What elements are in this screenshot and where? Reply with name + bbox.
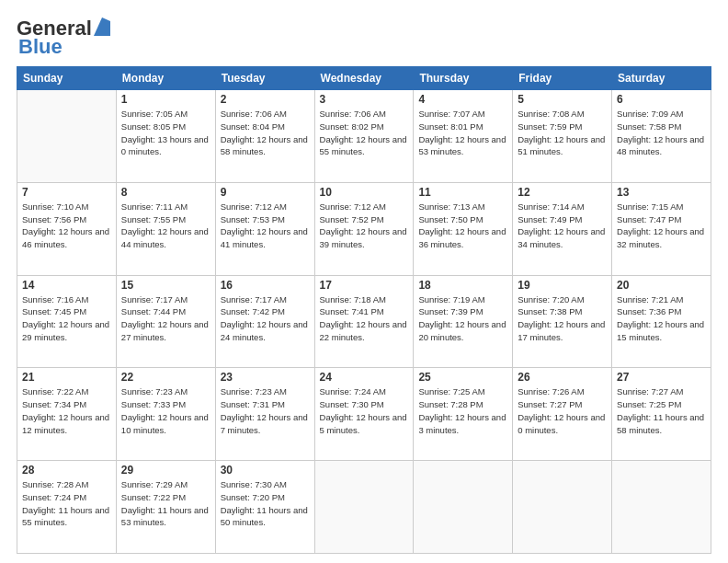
- day-info: Sunrise: 7:25 AMSunset: 7:28 PMDaylight:…: [418, 385, 507, 436]
- day-info: Sunrise: 7:19 AMSunset: 7:39 PMDaylight:…: [418, 293, 507, 344]
- day-info: Sunrise: 7:08 AMSunset: 7:59 PMDaylight:…: [518, 108, 607, 158]
- day-number: 9: [221, 186, 310, 199]
- calendar-day-header: Sunday: [17, 67, 117, 90]
- calendar-day-header: Saturday: [612, 67, 711, 90]
- day-number: 20: [617, 279, 706, 292]
- day-info: Sunrise: 7:07 AMSunset: 8:01 PMDaylight:…: [418, 108, 507, 158]
- day-info: Sunrise: 7:24 AMSunset: 7:30 PMDaylight:…: [320, 385, 409, 436]
- calendar-day-cell: [414, 461, 513, 554]
- day-info: Sunrise: 7:12 AMSunset: 7:53 PMDaylight:…: [221, 201, 310, 251]
- day-number: 26: [518, 371, 607, 384]
- calendar-day-cell: 21Sunrise: 7:22 AMSunset: 7:34 PMDayligh…: [17, 368, 117, 461]
- day-info: Sunrise: 7:15 AMSunset: 7:47 PMDaylight:…: [617, 201, 706, 251]
- calendar-day-cell: 24Sunrise: 7:24 AMSunset: 7:30 PMDayligh…: [314, 368, 414, 461]
- calendar-week-row: 7Sunrise: 7:10 AMSunset: 7:56 PMDaylight…: [17, 182, 711, 275]
- day-number: 29: [121, 464, 210, 477]
- calendar-day-cell: 5Sunrise: 7:08 AMSunset: 7:59 PMDaylight…: [513, 90, 612, 183]
- day-info: Sunrise: 7:17 AMSunset: 7:44 PMDaylight:…: [121, 293, 210, 344]
- calendar-table: SundayMondayTuesdayWednesdayThursdayFrid…: [17, 66, 711, 554]
- logo: General Blue: [17, 17, 110, 59]
- calendar-day-cell: [612, 461, 711, 554]
- day-info: Sunrise: 7:28 AMSunset: 7:24 PMDaylight:…: [22, 478, 111, 529]
- day-info: Sunrise: 7:11 AMSunset: 7:55 PMDaylight:…: [121, 201, 210, 251]
- day-info: Sunrise: 7:13 AMSunset: 7:50 PMDaylight:…: [418, 201, 507, 251]
- page: General Blue SundayMondayTuesdayWednesda…: [0, 0, 728, 563]
- day-number: 23: [221, 371, 310, 384]
- calendar-day-cell: 2Sunrise: 7:06 AMSunset: 8:04 PMDaylight…: [215, 90, 314, 183]
- calendar-day-cell: 1Sunrise: 7:05 AMSunset: 8:05 PMDaylight…: [116, 90, 215, 183]
- calendar-day-cell: 19Sunrise: 7:20 AMSunset: 7:38 PMDayligh…: [513, 275, 612, 368]
- calendar-day-cell: 27Sunrise: 7:27 AMSunset: 7:25 PMDayligh…: [612, 368, 711, 461]
- logo-blue: Blue: [17, 35, 63, 59]
- day-info: Sunrise: 7:06 AMSunset: 8:04 PMDaylight:…: [221, 108, 310, 158]
- day-number: 16: [221, 279, 310, 292]
- calendar-day-header: Monday: [116, 67, 215, 90]
- day-info: Sunrise: 7:16 AMSunset: 7:45 PMDaylight:…: [22, 293, 111, 344]
- day-number: 14: [22, 279, 111, 292]
- calendar-day-cell: 4Sunrise: 7:07 AMSunset: 8:01 PMDaylight…: [414, 90, 513, 183]
- calendar-day-cell: 9Sunrise: 7:12 AMSunset: 7:53 PMDaylight…: [215, 182, 314, 275]
- day-number: 22: [121, 371, 210, 384]
- calendar-day-cell: 29Sunrise: 7:29 AMSunset: 7:22 PMDayligh…: [116, 461, 215, 554]
- calendar-week-row: 28Sunrise: 7:28 AMSunset: 7:24 PMDayligh…: [17, 461, 711, 554]
- calendar-day-header: Tuesday: [215, 67, 314, 90]
- day-info: Sunrise: 7:17 AMSunset: 7:42 PMDaylight:…: [221, 293, 310, 344]
- calendar-day-cell: 8Sunrise: 7:11 AMSunset: 7:55 PMDaylight…: [116, 182, 215, 275]
- day-number: 2: [221, 93, 310, 106]
- day-info: Sunrise: 7:06 AMSunset: 8:02 PMDaylight:…: [320, 108, 409, 158]
- day-info: Sunrise: 7:09 AMSunset: 7:58 PMDaylight:…: [617, 108, 706, 158]
- day-info: Sunrise: 7:23 AMSunset: 7:31 PMDaylight:…: [221, 385, 310, 436]
- calendar-day-cell: 13Sunrise: 7:15 AMSunset: 7:47 PMDayligh…: [612, 182, 711, 275]
- day-number: 3: [320, 93, 409, 106]
- day-info: Sunrise: 7:20 AMSunset: 7:38 PMDaylight:…: [518, 293, 607, 344]
- day-number: 18: [418, 279, 507, 292]
- calendar-day-cell: 26Sunrise: 7:26 AMSunset: 7:27 PMDayligh…: [513, 368, 612, 461]
- day-number: 6: [617, 93, 706, 106]
- calendar-day-header: Friday: [513, 67, 612, 90]
- day-info: Sunrise: 7:29 AMSunset: 7:22 PMDaylight:…: [121, 478, 210, 529]
- calendar-day-cell: [17, 90, 117, 183]
- calendar-day-cell: 30Sunrise: 7:30 AMSunset: 7:20 PMDayligh…: [215, 461, 314, 554]
- day-number: 21: [22, 371, 111, 384]
- calendar-day-cell: 6Sunrise: 7:09 AMSunset: 7:58 PMDaylight…: [612, 90, 711, 183]
- svg-marker-0: [94, 17, 110, 36]
- calendar-day-cell: 23Sunrise: 7:23 AMSunset: 7:31 PMDayligh…: [215, 368, 314, 461]
- day-info: Sunrise: 7:27 AMSunset: 7:25 PMDaylight:…: [617, 385, 706, 436]
- day-number: 27: [617, 371, 706, 384]
- calendar-day-cell: 16Sunrise: 7:17 AMSunset: 7:42 PMDayligh…: [215, 275, 314, 368]
- calendar-day-cell: 20Sunrise: 7:21 AMSunset: 7:36 PMDayligh…: [612, 275, 711, 368]
- day-info: Sunrise: 7:18 AMSunset: 7:41 PMDaylight:…: [320, 293, 409, 344]
- day-number: 19: [518, 279, 607, 292]
- calendar-day-cell: 28Sunrise: 7:28 AMSunset: 7:24 PMDayligh…: [17, 461, 117, 554]
- day-number: 11: [418, 186, 507, 199]
- calendar-day-cell: [513, 461, 612, 554]
- calendar-day-cell: 12Sunrise: 7:14 AMSunset: 7:49 PMDayligh…: [513, 182, 612, 275]
- calendar-day-cell: 25Sunrise: 7:25 AMSunset: 7:28 PMDayligh…: [414, 368, 513, 461]
- header: General Blue: [17, 17, 711, 59]
- calendar-week-row: 21Sunrise: 7:22 AMSunset: 7:34 PMDayligh…: [17, 368, 711, 461]
- day-info: Sunrise: 7:30 AMSunset: 7:20 PMDaylight:…: [221, 478, 310, 529]
- calendar-day-cell: 22Sunrise: 7:23 AMSunset: 7:33 PMDayligh…: [116, 368, 215, 461]
- day-number: 8: [121, 186, 210, 199]
- day-info: Sunrise: 7:10 AMSunset: 7:56 PMDaylight:…: [22, 201, 111, 251]
- calendar-day-header: Wednesday: [314, 67, 414, 90]
- calendar-day-cell: 10Sunrise: 7:12 AMSunset: 7:52 PMDayligh…: [314, 182, 414, 275]
- day-number: 28: [22, 464, 111, 477]
- calendar-day-cell: [314, 461, 414, 554]
- calendar-day-header: Thursday: [414, 67, 513, 90]
- day-number: 13: [617, 186, 706, 199]
- day-number: 30: [221, 464, 310, 477]
- day-info: Sunrise: 7:12 AMSunset: 7:52 PMDaylight:…: [320, 201, 409, 251]
- calendar-week-row: 14Sunrise: 7:16 AMSunset: 7:45 PMDayligh…: [17, 275, 711, 368]
- calendar-week-row: 1Sunrise: 7:05 AMSunset: 8:05 PMDaylight…: [17, 90, 711, 183]
- day-number: 4: [418, 93, 507, 106]
- logo-arrow-icon: [94, 17, 110, 36]
- day-info: Sunrise: 7:14 AMSunset: 7:49 PMDaylight:…: [518, 201, 607, 251]
- calendar-day-cell: 3Sunrise: 7:06 AMSunset: 8:02 PMDaylight…: [314, 90, 414, 183]
- day-info: Sunrise: 7:05 AMSunset: 8:05 PMDaylight:…: [121, 108, 210, 158]
- day-info: Sunrise: 7:23 AMSunset: 7:33 PMDaylight:…: [121, 385, 210, 436]
- day-number: 25: [418, 371, 507, 384]
- day-number: 15: [121, 279, 210, 292]
- calendar-day-cell: 18Sunrise: 7:19 AMSunset: 7:39 PMDayligh…: [414, 275, 513, 368]
- day-number: 10: [320, 186, 409, 199]
